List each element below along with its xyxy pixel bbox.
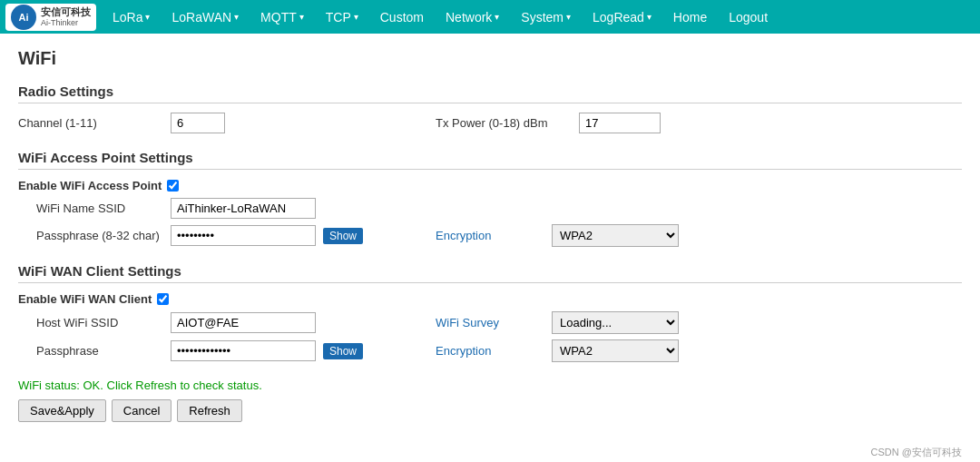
brand-sub: Ai-Thinker (41, 18, 91, 28)
enable-wan-row: Enable WiFi WAN Client (18, 292, 962, 306)
nav-mqtt[interactable]: MQTT ▾ (250, 0, 315, 34)
logread-dropdown-arrow: ▾ (647, 12, 652, 22)
wifi-survey-label: WiFi Survey (436, 316, 544, 329)
txpower-label: Tx Power (0-18) dBm (436, 116, 572, 130)
ap-show-button[interactable]: Show (323, 228, 363, 244)
wan-encryption-select[interactable]: WPA2 WPA WEP None (552, 339, 679, 362)
enable-ap-checkbox[interactable] (167, 180, 179, 192)
ssid-input[interactable] (171, 198, 316, 219)
lora-dropdown-arrow: ▾ (145, 12, 150, 22)
wan-pass-input[interactable] (171, 340, 316, 361)
navbar: Ai 安信可科技 Ai-Thinker LoRa ▾ LoRaWAN ▾ MQT… (0, 0, 980, 34)
host-ssid-input[interactable] (171, 312, 316, 333)
nav-home[interactable]: Home (662, 0, 718, 34)
channel-input[interactable] (171, 113, 225, 133)
ap-settings-title: WiFi Access Point Settings (18, 150, 962, 170)
ap-pass-row: Passphrase (8-32 char) Show Encryption W… (18, 224, 962, 247)
network-dropdown-arrow: ▾ (495, 12, 499, 22)
txpower-input[interactable] (579, 113, 661, 133)
ssid-label: WiFi Name SSID (18, 202, 163, 215)
radio-settings-title: Radio Settings (18, 84, 962, 103)
system-dropdown-arrow: ▾ (566, 12, 571, 22)
ap-pass-label: Passphrase (8-32 char) (18, 229, 163, 242)
lorawan-dropdown-arrow: ▾ (234, 12, 239, 22)
ap-pass-input[interactable] (171, 225, 316, 246)
save-apply-button[interactable]: Save&Apply (18, 399, 106, 422)
nav-lora[interactable]: LoRa ▾ (102, 0, 161, 34)
watermark-text: CSDN @安信可科技 (871, 447, 962, 457)
wan-settings-title: WiFi WAN Client Settings (18, 263, 962, 283)
ap-settings-section: WiFi Access Point Settings Enable WiFi A… (18, 150, 962, 247)
watermark: CSDN @安信可科技 (0, 437, 980, 462)
wan-pass-row: Passphrase Show Encryption WPA2 WPA WEP … (18, 339, 962, 362)
wifi-survey-select[interactable]: Loading... (552, 311, 679, 334)
nav-system[interactable]: System ▾ (510, 0, 582, 34)
wan-show-button[interactable]: Show (323, 343, 363, 359)
nav-items: LoRa ▾ LoRaWAN ▾ MQTT ▾ TCP ▾ Custom Net… (102, 0, 779, 34)
host-ssid-row: Host WiFi SSID WiFi Survey Loading... (18, 311, 962, 334)
channel-row: Channel (1-11) Tx Power (0-18) dBm (18, 113, 962, 133)
enable-ap-row: Enable WiFi Access Point (18, 179, 962, 192)
brand: Ai 安信可科技 Ai-Thinker (5, 4, 96, 31)
action-buttons: Save&Apply Cancel Refresh (18, 399, 962, 422)
enable-wan-label: Enable WiFi WAN Client (18, 292, 152, 306)
ssid-row: WiFi Name SSID (18, 198, 962, 219)
brand-logo: Ai (11, 5, 36, 30)
enable-ap-label: Enable WiFi Access Point (18, 179, 162, 192)
mqtt-dropdown-arrow: ▾ (299, 12, 304, 22)
ap-encryption-label: Encryption (436, 229, 544, 242)
refresh-button[interactable]: Refresh (177, 399, 242, 422)
nav-logout[interactable]: Logout (718, 0, 779, 34)
ap-encryption-select[interactable]: WPA2 WPA WEP None (552, 224, 679, 247)
nav-lorawan[interactable]: LoRaWAN ▾ (161, 0, 250, 34)
brand-logo-text: Ai (19, 12, 29, 23)
nav-tcp[interactable]: TCP ▾ (315, 0, 369, 34)
brand-text: 安信可科技 Ai-Thinker (41, 6, 91, 28)
enable-wan-checkbox[interactable] (157, 293, 169, 305)
page-title: WiFi (18, 48, 962, 69)
radio-settings-section: Radio Settings Channel (1-11) Tx Power (… (18, 84, 962, 133)
cancel-button[interactable]: Cancel (112, 399, 172, 422)
host-ssid-label: Host WiFi SSID (18, 316, 163, 329)
nav-custom[interactable]: Custom (369, 0, 435, 34)
tcp-dropdown-arrow: ▾ (354, 12, 358, 22)
wan-encryption-label: Encryption (436, 344, 544, 358)
wifi-status-text: WiFi status: OK. Click Refresh to check … (18, 378, 962, 392)
channel-label: Channel (1-11) (18, 116, 163, 130)
wan-pass-label: Passphrase (18, 344, 163, 358)
brand-name: 安信可科技 (41, 6, 91, 18)
nav-network[interactable]: Network ▾ (435, 0, 510, 34)
page-content: WiFi Radio Settings Channel (1-11) Tx Po… (0, 34, 980, 437)
wan-settings-section: WiFi WAN Client Settings Enable WiFi WAN… (18, 263, 962, 362)
nav-logread[interactable]: LogRead ▾ (582, 0, 662, 34)
